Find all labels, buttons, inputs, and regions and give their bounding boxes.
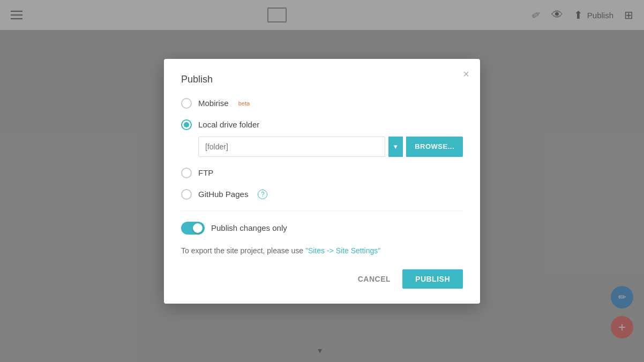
help-icon[interactable]: ? (258, 190, 267, 199)
divider (181, 210, 463, 211)
publish-button[interactable]: PUBLISH (402, 269, 463, 289)
folder-dropdown-button[interactable]: ▾ (388, 137, 403, 157)
folder-row: ▾ BROWSE... (198, 137, 463, 157)
option-github-label: GitHub Pages (198, 190, 248, 199)
radio-github[interactable] (181, 189, 192, 200)
toggle-thumb (193, 223, 203, 233)
browse-button[interactable]: BROWSE... (406, 137, 463, 157)
option-ftp[interactable]: FTP (181, 168, 463, 178)
option-github[interactable]: GitHub Pages ? (181, 189, 463, 200)
toggle-label: Publish changes only (211, 223, 287, 232)
toggle-row: Publish changes only (181, 222, 463, 235)
option-mobirise[interactable]: Mobirise beta (181, 98, 463, 109)
publish-changes-toggle[interactable] (181, 222, 205, 235)
folder-input[interactable] (198, 137, 385, 157)
modal-close-button[interactable]: × (463, 69, 469, 79)
info-text: To export the site project, please use "… (181, 245, 463, 257)
radio-local[interactable] (181, 119, 192, 130)
radio-ftp[interactable] (181, 168, 192, 178)
cancel-button[interactable]: CANCEL (351, 270, 397, 288)
option-mobirise-label: Mobirise (198, 99, 229, 108)
info-link[interactable]: "Sites -> Site Settings" (305, 246, 380, 255)
modal-overlay: Publish × Mobirise beta Local drive fold… (0, 0, 644, 362)
radio-mobirise[interactable] (181, 98, 192, 109)
option-local-label: Local drive folder (198, 120, 259, 129)
option-local[interactable]: Local drive folder (181, 119, 463, 130)
modal-title: Publish (181, 74, 463, 85)
beta-badge: beta (238, 100, 250, 107)
info-text-prefix: To export the site project, please use (181, 246, 305, 255)
option-ftp-label: FTP (198, 168, 213, 177)
publish-modal: Publish × Mobirise beta Local drive fold… (164, 59, 480, 304)
modal-footer: CANCEL PUBLISH (181, 269, 463, 289)
